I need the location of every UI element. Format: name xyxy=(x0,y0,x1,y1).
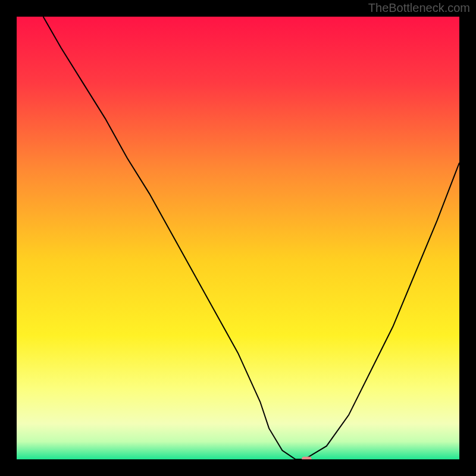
chart-plot-area xyxy=(17,17,459,459)
watermark-text: TheBottleneck.com xyxy=(368,1,470,15)
optimal-marker xyxy=(302,457,311,459)
chart-svg xyxy=(17,17,459,459)
